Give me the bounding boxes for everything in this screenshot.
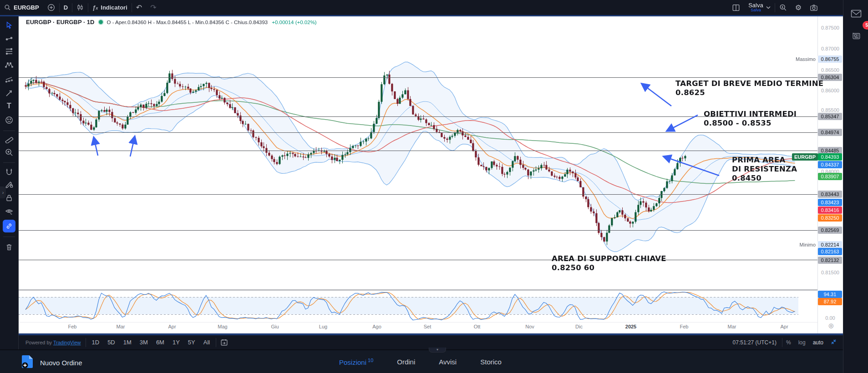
horizontal-line-drawing[interactable] (18, 116, 817, 117)
sync-drawings-button[interactable] (3, 220, 15, 232)
text-annotation[interactable]: PRIMA AREADI RESISTENZA0.8450 (732, 156, 797, 183)
drawing-lock-mode-icon[interactable] (5, 180, 14, 189)
adjust-scale-icon[interactable] (827, 339, 840, 346)
save-label: Salva (748, 3, 763, 8)
hide-drawings-icon[interactable] (5, 207, 14, 216)
auto-scale-button[interactable]: auto (809, 339, 827, 346)
zoom-in-tool-icon[interactable] (5, 148, 14, 157)
screenshot-button[interactable] (806, 0, 822, 15)
magnet-tool-icon[interactable] (5, 168, 14, 176)
range-button-1m[interactable]: 1M (119, 339, 136, 346)
lock-all-drawings-icon[interactable] (5, 194, 13, 202)
price-badge: 0.82163 (818, 248, 842, 255)
time-axis-label: Ago (372, 324, 381, 329)
news-button[interactable] (851, 31, 861, 43)
clock[interactable]: 07:51:27 (UTC+1) (727, 339, 782, 346)
time-axis-label: Giu (271, 324, 279, 329)
pane-restore-icon[interactable]: ◎ (828, 322, 833, 329)
range-button-1d[interactable]: 1D (88, 339, 104, 346)
measure-tool-icon[interactable] (5, 134, 14, 143)
remove-drawings-button[interactable] (5, 243, 13, 253)
time-axis-label: Set (424, 324, 431, 329)
xabcd-pattern-tool-icon[interactable] (5, 60, 14, 70)
range-button-all[interactable]: All (199, 339, 214, 346)
indicators-button[interactable]: ƒx Indicatori (88, 0, 132, 15)
time-axis-label: Mar (728, 324, 736, 329)
percent-scale-button[interactable]: % (782, 339, 795, 346)
mail-button[interactable]: 51 (851, 9, 862, 20)
horizontal-line-drawing[interactable] (18, 260, 817, 260)
horizontal-line-drawing[interactable] (18, 194, 817, 195)
annotation-line: OBIETTIVI INTERMEDI (704, 110, 797, 119)
quick-search-button[interactable] (775, 0, 791, 15)
cursor-tool-icon[interactable] (5, 21, 13, 29)
chart-legend[interactable]: EURGBP · EURGBP · 1D O - Aper.0.84360 H … (26, 19, 317, 25)
price-scale-tick: 0.81500 (818, 270, 842, 275)
tab-posizioni[interactable]: Posizioni10 (339, 358, 373, 366)
annotation-line: 0.8250 60 (552, 263, 666, 272)
chevron-down-icon (766, 6, 771, 9)
price-badge: 0.83416 (818, 207, 842, 214)
legend-ohlc-values: O - Aper.0.84360 H - Max.0.84455 L - Min… (107, 20, 268, 25)
time-axis-label: 2025 (625, 324, 636, 329)
chart-style-button[interactable] (72, 0, 88, 15)
projection-tool-icon[interactable] (5, 75, 14, 84)
tab-avvisi[interactable]: Avvisi (439, 358, 457, 366)
annotation-line: AREA DI SUPPORTI CHIAVE (552, 254, 666, 263)
price-marker-label: Minimo (797, 241, 818, 248)
top-toolbar: EURGBP D ƒx Indicatori ↶ ↷ (0, 0, 843, 15)
range-button-5y[interactable]: 5Y (184, 339, 199, 346)
price-marker-label: Massimo (793, 55, 818, 63)
range-button-5d[interactable]: 5D (103, 339, 119, 346)
text-tool-icon[interactable]: T (7, 102, 11, 110)
camera-icon (810, 4, 818, 11)
annotation-line: 0.8450 (732, 174, 797, 183)
text-annotation[interactable]: OBIETTIVI INTERMEDI0.8500 - 0.8535 (704, 110, 797, 128)
range-button-3m[interactable]: 3M (136, 339, 152, 346)
tab-ordini[interactable]: Ordini (397, 358, 415, 366)
price-scale-tick: 0.86500 (818, 67, 842, 73)
price-badge: 0.83250 (818, 214, 842, 222)
fib-lines-tool-icon[interactable] (5, 47, 14, 56)
object-tree-expand-tab[interactable]: › (0, 186, 6, 198)
compare-add-button[interactable] (43, 0, 59, 15)
time-axis-label: Feb (68, 324, 77, 329)
legend-symbol-title: EURGBP · EURGBP · 1D (26, 19, 95, 25)
trading-panel: Nuovo Ordine Posizioni10OrdiniAvvisiStor… (0, 350, 843, 373)
trend-line-tool-icon[interactable] (5, 34, 14, 43)
panel-collapse-handle[interactable]: ▾ (429, 348, 446, 353)
interval-button[interactable]: D (60, 0, 72, 15)
legend-change-value: +0.00014 (+0.02%) (272, 20, 316, 25)
undo-button[interactable]: ↶ (132, 0, 146, 15)
pane-separator[interactable] (18, 290, 843, 290)
price-badge: 0.82214 (818, 241, 842, 248)
text-annotation[interactable]: TARGET DI BREVE MEDIO TERMINE0.8625 (675, 79, 823, 97)
time-axis-label: Mar (117, 324, 125, 329)
horizontal-line-drawing[interactable] (18, 132, 817, 133)
settings-button[interactable]: ⚙ (791, 0, 806, 15)
layout-select-button[interactable] (728, 0, 744, 15)
time-axis-label: Mag (218, 324, 227, 329)
save-button[interactable]: Salva Salva (744, 0, 775, 15)
text-annotation[interactable]: AREA DI SUPPORTI CHIAVE0.8250 60 (552, 254, 666, 272)
price-badge: 0.86755 (818, 55, 842, 63)
range-button-6m[interactable]: 6M (152, 339, 168, 346)
new-order-button[interactable]: Nuovo Ordine (21, 354, 82, 371)
chart-pane[interactable] (18, 16, 817, 323)
symbol-label: EURGBP (14, 4, 39, 11)
tradingview-link[interactable]: TradingView (53, 340, 81, 345)
emoji-tool-icon[interactable] (5, 116, 14, 125)
arrow-brush-tool-icon[interactable] (5, 89, 14, 98)
range-button-1y[interactable]: 1Y (168, 339, 184, 346)
horizontal-line-drawing[interactable] (18, 230, 817, 231)
symbol-search-button[interactable]: EURGBP (0, 0, 43, 15)
redo-button[interactable]: ↷ (146, 0, 160, 15)
candlestick-style-icon (76, 4, 84, 11)
new-order-label: Nuovo Ordine (40, 359, 82, 367)
horizontal-line-drawing[interactable] (18, 77, 817, 78)
tab-storico[interactable]: Storico (480, 358, 502, 366)
go-to-date-button[interactable] (216, 335, 232, 349)
toolbar-divider (3, 131, 15, 131)
log-scale-button[interactable]: log (795, 339, 809, 346)
horizontal-line-drawing[interactable] (18, 151, 817, 151)
